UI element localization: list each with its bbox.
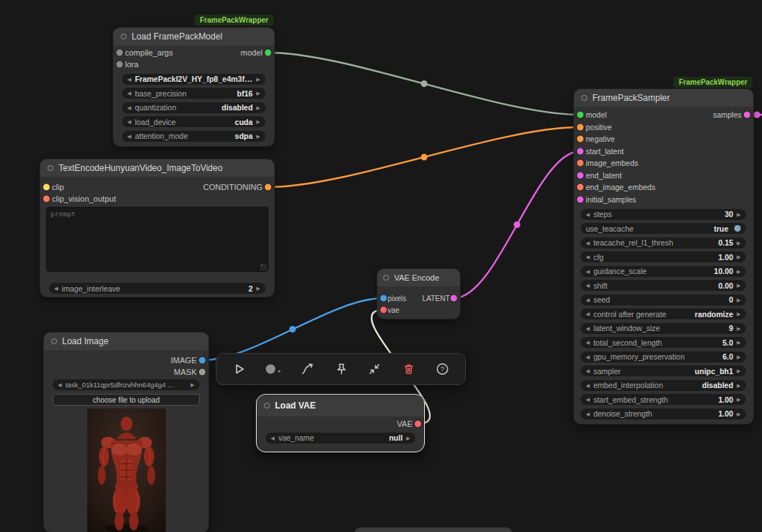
bypass-button[interactable] xyxy=(294,357,320,381)
node-load-image[interactable]: Load Image IMAGE MASK ◀ task_01k11qpr5df… xyxy=(44,332,208,532)
collapse-dot-icon[interactable] xyxy=(264,403,270,408)
combo-left-arrow-icon[interactable]: ◀ xyxy=(127,77,131,82)
combo-right-arrow-icon[interactable]: ▶ xyxy=(737,311,741,316)
input-dot-clip[interactable] xyxy=(43,184,50,191)
output-dot-mask[interactable] xyxy=(199,369,205,376)
input-dot[interactable] xyxy=(577,184,584,191)
combo-right-arrow-icon[interactable]: ▶ xyxy=(737,383,741,388)
combo-widget[interactable]: ◀ gpu_memory_preservation 6.0 ▶ xyxy=(581,352,746,362)
output-dot-image[interactable] xyxy=(199,357,205,364)
node-load-vae[interactable]: Load VAE VAE ◀ vae_name null ▶ xyxy=(257,395,424,452)
node-title-bar[interactable]: FramePackSampler xyxy=(574,89,753,107)
combo-right-arrow-icon[interactable]: ▶ xyxy=(737,212,741,217)
node-editor-canvas[interactable]: FramePackWrapper FramePackWrapper Load F… xyxy=(0,0,762,532)
node-title-bar[interactable]: TextEncodeHunyuanVideo_ImageToVideo xyxy=(40,159,274,177)
image-interleave-widget[interactable]: ◀ image_interleave 2 ▶ xyxy=(49,283,265,294)
vae-name-combo[interactable]: ◀ vae_name null ▶ xyxy=(265,433,415,444)
collapse-dot-icon[interactable] xyxy=(383,275,389,281)
collapse-dot-icon[interactable] xyxy=(581,95,587,101)
combo-left-arrow-icon[interactable]: ◀ xyxy=(586,368,589,373)
collapse-dot-icon[interactable] xyxy=(51,338,57,344)
combo-left-arrow-icon[interactable]: ◀ xyxy=(586,283,589,288)
node-title-bar[interactable]: Load Image xyxy=(44,332,208,350)
combo-widget[interactable]: ◀ control after generate randomize ▶ xyxy=(581,308,746,319)
combo-right-arrow-icon[interactable]: ▶ xyxy=(257,134,260,139)
combo-right-arrow-icon[interactable]: ▶ xyxy=(737,368,741,373)
combo-widget[interactable]: ◀ use_teacache true ▶ xyxy=(581,223,746,234)
combo-left-arrow-icon[interactable]: ◀ xyxy=(586,411,589,417)
combo-right-arrow-icon[interactable]: ▶ xyxy=(257,286,260,291)
combo-right-arrow-icon[interactable]: ▶ xyxy=(737,269,741,274)
combo-right-arrow-icon[interactable]: ▶ xyxy=(737,340,741,345)
combo-left-arrow-icon[interactable]: ◀ xyxy=(127,91,131,96)
input-dot-compile-args[interactable] xyxy=(116,50,123,56)
combo-widget[interactable]: ◀ base_precision bf16 ▶ xyxy=(122,88,265,99)
combo-widget[interactable]: ◀ latent_window_size 9 ▶ xyxy=(581,323,746,334)
input-dot[interactable] xyxy=(577,112,584,118)
node-color-button[interactable] xyxy=(260,357,286,381)
input-dot-pixels[interactable] xyxy=(380,295,387,302)
combo-left-arrow-icon[interactable]: ◀ xyxy=(586,383,589,388)
model-name-combo[interactable]: ◀ FramePackI2V_HY_fp8_e4m3fn ... ▶ xyxy=(122,74,265,85)
input-dot[interactable] xyxy=(577,148,584,154)
combo-widget[interactable]: ◀ shift 0.00 ▶ xyxy=(581,280,746,291)
combo-left-arrow-icon[interactable]: ◀ xyxy=(58,382,61,387)
node-title-bar[interactable]: Load VAE xyxy=(257,395,424,417)
choose-file-button[interactable]: choose file to upload xyxy=(53,394,200,406)
run-button[interactable] xyxy=(226,357,252,381)
combo-left-arrow-icon[interactable]: ◀ xyxy=(271,436,274,441)
combo-widget[interactable]: ◀ embed_interpolation disabled ▶ xyxy=(581,380,746,391)
node-title-bar[interactable]: Load FramePackModel xyxy=(113,28,274,45)
node-title-bar[interactable]: VAE Encode xyxy=(377,269,460,286)
collapse-button[interactable] xyxy=(361,357,388,381)
combo-right-arrow-icon[interactable]: ▶ xyxy=(257,91,260,96)
combo-left-arrow-icon[interactable]: ◀ xyxy=(586,269,589,274)
input-dot[interactable] xyxy=(577,196,584,202)
output-dot-conditioning[interactable] xyxy=(265,184,271,191)
combo-right-arrow-icon[interactable]: ▶ xyxy=(737,397,741,402)
combo-right-arrow-icon[interactable]: ▶ xyxy=(737,254,741,259)
combo-widget[interactable]: ◀ start_embed_strength 1.00 ▶ xyxy=(581,394,746,405)
combo-left-arrow-icon[interactable]: ◀ xyxy=(127,134,131,139)
partial-node-bottom[interactable] xyxy=(355,528,512,532)
combo-widget[interactable]: ◀ teacache_rel_l1_thresh 0.15 ▶ xyxy=(581,238,746,248)
node-vae-encode[interactable]: VAE Encode pixels LATENT vae xyxy=(377,269,460,319)
combo-right-arrow-icon[interactable]: ▶ xyxy=(737,354,741,360)
combo-widget[interactable]: ◀ cfg 1.00 ▶ xyxy=(581,251,746,262)
combo-widget[interactable]: ◀ sampler unipc_bh1 ▶ xyxy=(581,365,746,376)
output-dot-latent[interactable] xyxy=(450,295,457,302)
combo-right-arrow-icon[interactable]: ▶ xyxy=(257,77,260,82)
combo-right-arrow-icon[interactable]: ▶ xyxy=(257,119,260,124)
combo-widget[interactable]: ◀ total_second_length 5.0 ▶ xyxy=(581,337,746,348)
prompt-textarea[interactable] xyxy=(46,207,268,272)
combo-right-arrow-icon[interactable]: ▶ xyxy=(407,436,410,441)
input-dot-lora[interactable] xyxy=(116,61,123,68)
combo-right-arrow-icon[interactable]: ▶ xyxy=(257,105,260,110)
combo-right-arrow-icon[interactable]: ▶ xyxy=(737,297,741,303)
output-dot-model[interactable] xyxy=(265,50,271,56)
collapse-dot-icon[interactable] xyxy=(48,165,53,171)
node-framepack-sampler[interactable]: FramePackSampler samples model positive xyxy=(574,89,753,424)
combo-widget[interactable]: ◀ guidance_scale 10.00 ▶ xyxy=(581,266,746,277)
node-load-framepack-model[interactable]: Load FramePackModel compile_args model l… xyxy=(113,28,274,146)
node-text-encode-hunyuan[interactable]: TextEncodeHunyuanVideo_ImageToVideo clip… xyxy=(40,159,274,297)
combo-left-arrow-icon[interactable]: ◀ xyxy=(586,311,589,316)
input-dot[interactable] xyxy=(577,136,584,142)
combo-left-arrow-icon[interactable]: ◀ xyxy=(586,397,589,402)
combo-left-arrow-icon[interactable]: ◀ xyxy=(586,212,589,217)
combo-right-arrow-icon[interactable]: ▶ xyxy=(737,411,741,417)
combo-widget[interactable]: ◀ seed 0 ▶ xyxy=(581,294,746,305)
combo-widget[interactable]: ◀ steps 30 ▶ xyxy=(581,209,746,220)
input-dot-clip-vision-output[interactable] xyxy=(43,196,50,202)
combo-widget[interactable]: ◀ denoise_strength 1.00 ▶ xyxy=(581,408,746,419)
input-dot[interactable] xyxy=(577,172,584,178)
combo-right-arrow-icon[interactable]: ▶ xyxy=(737,283,741,288)
output-dot-vae[interactable] xyxy=(415,421,421,428)
combo-right-arrow-icon[interactable]: ▶ xyxy=(737,326,741,331)
combo-left-arrow-icon[interactable]: ◀ xyxy=(586,326,589,331)
combo-right-arrow-icon[interactable]: ▶ xyxy=(191,382,195,387)
delete-button[interactable] xyxy=(396,357,422,381)
input-dot[interactable] xyxy=(577,160,584,167)
pin-button[interactable] xyxy=(328,357,354,381)
combo-left-arrow-icon[interactable]: ◀ xyxy=(54,286,58,291)
